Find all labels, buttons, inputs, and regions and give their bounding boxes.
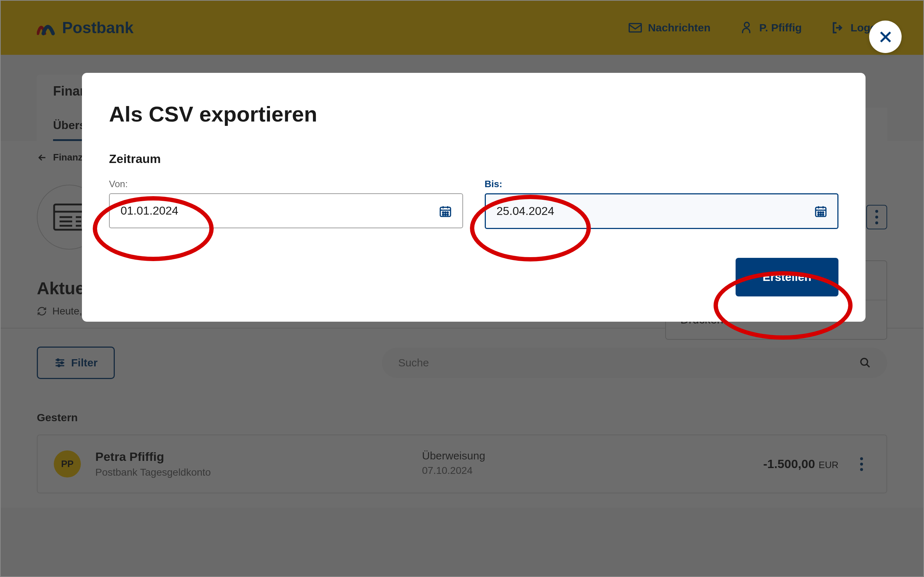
to-date-input[interactable] — [485, 193, 839, 229]
create-button[interactable]: Erstellen — [736, 258, 838, 297]
svg-point-26 — [445, 214, 446, 215]
from-date-input[interactable] — [109, 193, 463, 228]
svg-point-27 — [447, 214, 448, 215]
svg-point-23 — [445, 212, 446, 213]
close-button[interactable] — [869, 21, 901, 53]
calendar-icon[interactable] — [814, 205, 828, 220]
svg-point-22 — [443, 212, 444, 213]
svg-point-35 — [818, 214, 819, 215]
svg-point-37 — [822, 214, 824, 215]
svg-point-24 — [447, 212, 448, 213]
svg-point-25 — [443, 214, 444, 215]
modal-title: Als CSV exportieren — [109, 102, 838, 127]
modal-section-label: Zeitraum — [109, 152, 838, 166]
to-label: Bis: — [485, 179, 839, 190]
close-icon — [877, 29, 894, 45]
calendar-icon[interactable] — [439, 205, 452, 220]
svg-point-34 — [822, 212, 824, 213]
svg-point-32 — [818, 212, 819, 213]
csv-export-modal: Als CSV exportieren Zeitraum Von: Bis: — [82, 73, 866, 322]
from-label: Von: — [109, 179, 463, 190]
svg-point-36 — [820, 214, 821, 215]
svg-point-33 — [820, 212, 821, 213]
